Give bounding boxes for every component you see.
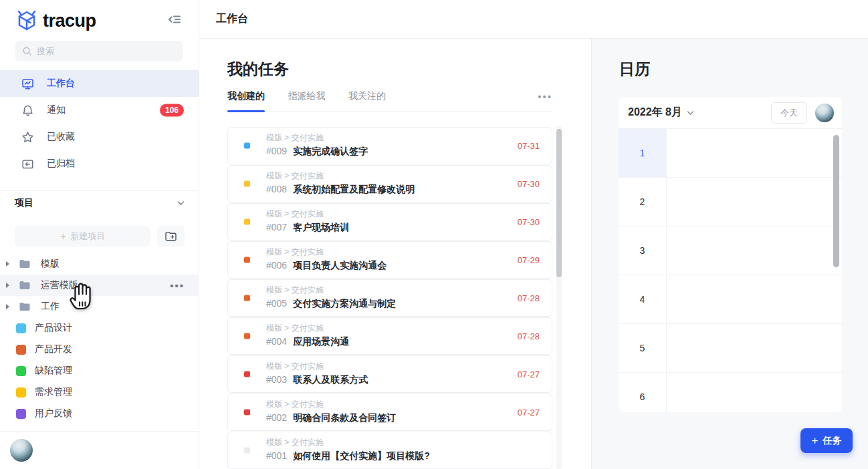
folder-item-work[interactable]: 工作 bbox=[0, 296, 199, 317]
task-row[interactable]: 模版 > 交付实施 #007客户现场培训 07-30 bbox=[227, 203, 552, 241]
task-title: 系统初始配置及配置修改说明 bbox=[293, 184, 415, 194]
task-status-square bbox=[244, 295, 250, 301]
search-placeholder: 搜索 bbox=[37, 45, 54, 57]
project-item-product-design[interactable]: 产品设计 bbox=[0, 317, 199, 339]
task-id: #002 bbox=[266, 412, 287, 423]
day-number[interactable]: 2 bbox=[619, 178, 667, 226]
search-input[interactable]: 搜索 bbox=[15, 41, 183, 61]
sidebar-divider bbox=[0, 190, 199, 191]
tab-created-by-me[interactable]: 我创建的 bbox=[227, 90, 265, 112]
add-task-button[interactable]: + 任务 bbox=[800, 428, 853, 453]
task-list-scrollbar-thumb[interactable] bbox=[556, 129, 562, 277]
topbar: 工作台 bbox=[199, 0, 868, 39]
plus-icon: + bbox=[60, 230, 66, 243]
task-status-square bbox=[244, 181, 250, 187]
today-button[interactable]: 今天 bbox=[771, 102, 807, 124]
sidebar-collapse-icon[interactable] bbox=[167, 12, 182, 27]
task-id: #007 bbox=[266, 222, 287, 232]
task-texts: 模版 > 交付实施 #002明确合同条款及合同签订 bbox=[266, 400, 396, 424]
tabs-more-icon[interactable]: ••• bbox=[538, 91, 552, 102]
day-events-cell[interactable] bbox=[667, 226, 842, 275]
calendar-header-right: 今天 bbox=[771, 102, 834, 124]
day-number[interactable]: 4 bbox=[619, 275, 667, 323]
day-number[interactable]: 6 bbox=[619, 373, 667, 412]
add-folder-button[interactable] bbox=[157, 226, 185, 247]
day-events-cell[interactable] bbox=[667, 178, 842, 226]
day-events-cell[interactable] bbox=[667, 275, 842, 323]
notification-badge: 106 bbox=[160, 104, 184, 117]
task-due-date: 07-30 bbox=[518, 217, 540, 227]
task-row[interactable]: 模版 > 交付实施 #002明确合同条款及合同签订 07-27 bbox=[227, 394, 552, 431]
task-status-square bbox=[244, 333, 250, 339]
task-row[interactable]: 模版 > 交付实施 #001如何使用【交付实施】项目模版? bbox=[227, 432, 552, 469]
task-row[interactable]: 模版 > 交付实施 #008系统初始配置及配置修改说明 07-30 bbox=[227, 165, 552, 202]
month-label: 2022年 8月 bbox=[628, 106, 682, 120]
day-number[interactable]: 1 bbox=[619, 129, 667, 177]
sidebar-item-label: 已收藏 bbox=[47, 131, 75, 143]
logo-row: tracup bbox=[0, 5, 199, 35]
day-number[interactable]: 5 bbox=[619, 324, 667, 372]
caret-right-icon bbox=[6, 304, 9, 309]
sidebar-item-label: 工作台 bbox=[47, 77, 75, 90]
calendar-avatar[interactable] bbox=[815, 104, 834, 122]
main-content: 我的任务 我创建的 指派给我 我关注的 ••• 模版 > 交付实施 #009实施… bbox=[199, 39, 591, 469]
tab-assigned-to-me[interactable]: 指派给我 bbox=[288, 90, 325, 112]
day-events-cell[interactable] bbox=[667, 373, 842, 412]
task-status-square bbox=[244, 371, 250, 377]
calendar-scrollbar-thumb[interactable] bbox=[833, 135, 839, 267]
task-due-date: 07-30 bbox=[518, 179, 540, 189]
project-color-dot bbox=[16, 323, 26, 333]
task-title: 交付实施方案沟通与制定 bbox=[293, 298, 396, 309]
calendar-row-day-3: 3 bbox=[619, 226, 842, 275]
tab-following[interactable]: 我关注的 bbox=[348, 90, 386, 112]
folder-item-ops-templates[interactable]: 运营模版 ••• bbox=[0, 275, 199, 296]
project-color-dot bbox=[16, 409, 26, 419]
task-title: 客户现场培训 bbox=[293, 222, 349, 232]
task-texts: 模版 > 交付实施 #005交付实施方案沟通与制定 bbox=[266, 285, 396, 309]
sidebar-item-archived[interactable]: 已归档 bbox=[0, 150, 199, 177]
new-project-label: 新建项目 bbox=[70, 230, 105, 243]
sidebar: tracup 搜索 bbox=[0, 0, 199, 469]
task-row[interactable]: 模版 > 交付实施 #006项目负责人实施沟通会 07-29 bbox=[227, 241, 552, 279]
calendar-row-day-2: 2 bbox=[619, 178, 842, 226]
project-color-dot bbox=[16, 366, 26, 376]
project-item-product-dev[interactable]: 产品开发 bbox=[0, 339, 199, 360]
task-row[interactable]: 模版 > 交付实施 #003联系人及联系方式 07-27 bbox=[227, 355, 552, 393]
calendar-row-day-6: 6 bbox=[619, 373, 842, 412]
project-item-defects[interactable]: 缺陷管理 bbox=[0, 360, 199, 381]
folder-tree: 模版 运营模版 ••• 工作 bbox=[0, 253, 199, 317]
new-project-button[interactable]: + 新建项目 bbox=[15, 226, 150, 247]
day-events-cell[interactable] bbox=[667, 324, 842, 372]
folder-label: 工作 bbox=[41, 301, 60, 313]
projects-section-header[interactable]: 项目 bbox=[15, 197, 185, 209]
folder-more-icon[interactable]: ••• bbox=[170, 280, 185, 291]
month-selector[interactable]: 2022年 8月 bbox=[628, 106, 694, 120]
task-row[interactable]: 模版 > 交付实施 #005交付实施方案沟通与制定 07-28 bbox=[227, 279, 552, 317]
task-texts: 模版 > 交付实施 #008系统初始配置及配置修改说明 bbox=[266, 171, 415, 195]
task-row[interactable]: 模版 > 交付实施 #004应用场景沟通 07-28 bbox=[227, 317, 552, 355]
folder-item-templates[interactable]: 模版 bbox=[0, 253, 199, 275]
task-texts: 模版 > 交付实施 #004应用场景沟通 bbox=[266, 323, 349, 347]
project-color-dot bbox=[16, 387, 26, 398]
task-status-square bbox=[244, 219, 250, 225]
project-item-requirements[interactable]: 需求管理 bbox=[0, 381, 199, 403]
task-due-date: 07-28 bbox=[518, 293, 540, 303]
task-breadcrumb: 模版 > 交付实施 bbox=[266, 323, 349, 333]
sidebar-item-workbench[interactable]: 工作台 bbox=[0, 70, 199, 97]
calendar-grid: 1 2 3 4 5 bbox=[619, 129, 842, 412]
day-events-cell[interactable] bbox=[667, 129, 842, 177]
project-label: 产品设计 bbox=[35, 322, 72, 334]
task-row[interactable]: 模版 > 交付实施 #009实施完成确认签字 07-31 bbox=[227, 127, 552, 164]
plus-icon: + bbox=[812, 434, 819, 448]
user-avatar[interactable] bbox=[10, 439, 33, 462]
day-number[interactable]: 3 bbox=[619, 226, 667, 275]
project-item-user-feedback[interactable]: 用户反馈 bbox=[0, 403, 199, 424]
active-tab-underline bbox=[227, 110, 265, 112]
task-tabs: 我创建的 指派给我 我关注的 ••• bbox=[227, 90, 552, 112]
sidebar-item-favorites[interactable]: 已收藏 bbox=[0, 124, 199, 150]
folder-icon bbox=[19, 279, 31, 291]
task-texts: 模版 > 交付实施 #003联系人及联系方式 bbox=[266, 361, 368, 385]
sidebar-item-notifications[interactable]: 通知 106 bbox=[0, 97, 199, 124]
sidebar-footer bbox=[0, 431, 199, 469]
calendar-header: 2022年 8月 今天 bbox=[619, 97, 842, 129]
